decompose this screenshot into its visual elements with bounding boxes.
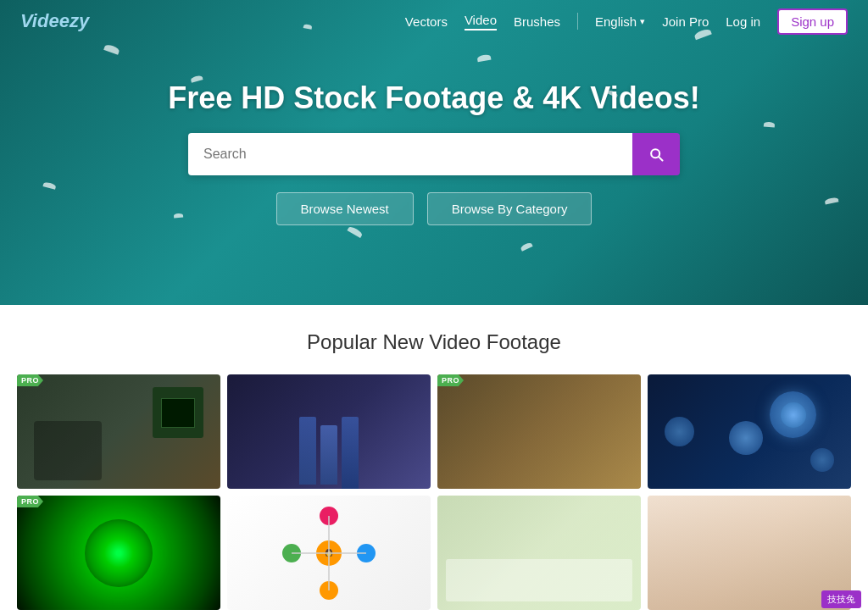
- nav-divider: [577, 13, 578, 30]
- language-label: English: [595, 14, 637, 29]
- virus-tiny: [810, 448, 834, 472]
- video-card-7[interactable]: [437, 496, 641, 610]
- infographic-content: 👩: [227, 496, 431, 610]
- pro-badge: PRO: [17, 496, 43, 507]
- search-input[interactable]: [188, 133, 632, 175]
- cafe-overlay: [437, 374, 641, 489]
- video-card-2[interactable]: [227, 374, 431, 489]
- logo-text: Videezy: [20, 10, 89, 31]
- nav-vectors[interactable]: Vectors: [405, 14, 448, 29]
- hero-section: Videezy Vectors Video Brushes English ▾ …: [0, 0, 868, 305]
- hero-title: Free HD Stock Footage & 4K Videos!: [168, 80, 699, 116]
- pro-badge: PRO: [437, 374, 464, 386]
- browse-newest-button[interactable]: Browse Newest: [276, 192, 414, 225]
- virus-main: [770, 391, 816, 438]
- thumb-detail: [34, 421, 102, 480]
- connecting-lines: [282, 507, 376, 600]
- search-bar: [188, 133, 680, 175]
- header: Videezy Vectors Video Brushes English ▾ …: [0, 0, 868, 42]
- cell-glow: [85, 519, 153, 587]
- section-title: Popular New Video Footage: [17, 330, 851, 354]
- man-overlay: [648, 496, 851, 610]
- nav-brushes[interactable]: Brushes: [514, 14, 560, 29]
- video-card-8[interactable]: [648, 496, 851, 610]
- video-card-3[interactable]: PRO: [437, 374, 641, 489]
- video-grid: PRO PRO PRO: [17, 374, 851, 610]
- login-link[interactable]: Log in: [726, 14, 760, 29]
- video-card-6[interactable]: 👩: [227, 496, 431, 610]
- nav-video[interactable]: Video: [465, 13, 497, 30]
- language-selector[interactable]: English ▾: [595, 14, 645, 29]
- search-icon: [648, 146, 665, 163]
- main-nav: Vectors Video Brushes English ▾ Join Pro…: [405, 8, 848, 35]
- signup-button[interactable]: Sign up: [777, 8, 848, 35]
- join-pro-link[interactable]: Join Pro: [662, 14, 709, 29]
- virus-med: [729, 421, 763, 455]
- video-card-4[interactable]: [648, 374, 851, 489]
- main-content: Popular New Video Footage PRO PRO: [0, 305, 868, 615]
- hero-buttons: Browse Newest Browse By Category: [276, 192, 593, 225]
- video-card-5[interactable]: PRO: [17, 496, 220, 610]
- browse-category-button[interactable]: Browse By Category: [427, 192, 593, 225]
- watermark-badge: 技技兔: [821, 590, 861, 608]
- pro-badge: PRO: [17, 374, 43, 386]
- screen-detail: [161, 398, 195, 428]
- hero-content: Free HD Stock Footage & 4K Videos! Brows…: [0, 80, 868, 225]
- chevron-down-icon: ▾: [640, 16, 645, 27]
- site-logo[interactable]: Videezy: [20, 10, 89, 32]
- cups-detail: [299, 417, 359, 489]
- search-button[interactable]: [632, 133, 680, 175]
- monitor-detail: [153, 387, 203, 438]
- laptop-detail: [446, 559, 632, 601]
- video-card-1[interactable]: PRO: [17, 374, 220, 489]
- virus-small: [665, 417, 694, 446]
- virus-core: [781, 402, 806, 428]
